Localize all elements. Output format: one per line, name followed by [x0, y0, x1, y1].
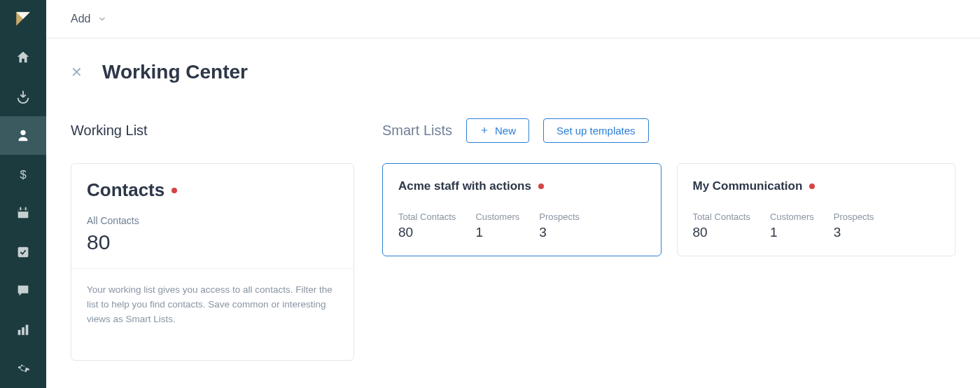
contacts-description: Your working list gives you access to al…: [71, 269, 354, 341]
stat-customers: Customers 1: [770, 212, 814, 240]
left-nav-sidebar: $: [0, 0, 46, 388]
svg-rect-9: [22, 327, 24, 335]
setup-label: Set up templates: [556, 125, 636, 137]
main-area: Add ✕ Working Center Working List Contac…: [46, 0, 980, 388]
contacts-stat-label: All Contacts: [87, 215, 338, 226]
columns: Working List Contacts All Contacts 80 Yo…: [71, 117, 955, 361]
plus-icon: [479, 125, 489, 135]
nav-settings[interactable]: [0, 349, 46, 388]
svg-rect-7: [18, 247, 29, 257]
smart-card-title: My Communication: [693, 179, 803, 193]
setup-templates-button[interactable]: Set up templates: [543, 118, 649, 143]
contacts-stat-value: 80: [87, 230, 338, 254]
chevron-down-icon: [97, 14, 107, 24]
nav-reports[interactable]: [0, 310, 46, 349]
new-label: New: [495, 125, 516, 137]
stat-prospects: Prospects 3: [539, 212, 580, 240]
smart-stats: Total Contacts 80 Customers 1 Prospects …: [398, 212, 645, 240]
content: ✕ Working Center Working List Contacts A…: [46, 39, 980, 388]
status-dot-icon: [809, 183, 815, 189]
smart-lists-title: Smart Lists: [382, 123, 452, 139]
nav-inbox[interactable]: [0, 77, 46, 116]
smart-lists-header: Smart Lists New Set up templates: [382, 117, 955, 144]
close-icon[interactable]: ✕: [71, 65, 83, 79]
status-dot-icon: [172, 188, 177, 193]
working-list-title: Working List: [71, 123, 148, 139]
smart-lists-column: Smart Lists New Set up templates Acme st…: [382, 117, 955, 361]
smart-cards-row: Acme staff with actions Total Contacts 8…: [382, 163, 955, 256]
svg-rect-4: [18, 209, 29, 212]
contacts-card[interactable]: Contacts All Contacts 80 Your working li…: [71, 163, 354, 361]
svg-text:$: $: [20, 167, 26, 180]
working-list-column: Working List Contacts All Contacts 80 Yo…: [71, 117, 354, 361]
nav-contacts[interactable]: [0, 116, 46, 155]
smart-card-title: Acme staff with actions: [398, 179, 531, 193]
stat-total-contacts: Total Contacts 80: [693, 212, 750, 240]
add-dropdown[interactable]: Add: [71, 13, 107, 25]
nav-calendar[interactable]: [0, 194, 46, 233]
nav-tasks[interactable]: [0, 233, 46, 272]
add-label: Add: [71, 13, 90, 25]
smart-stats: Total Contacts 80 Customers 1 Prospects …: [693, 212, 940, 240]
smart-list-card[interactable]: My Communication Total Contacts 80 Custo…: [677, 163, 956, 256]
smart-card-title-row: My Communication: [693, 179, 940, 193]
nav-messages[interactable]: [0, 272, 46, 311]
contacts-card-title: Contacts: [87, 179, 164, 201]
nav-home[interactable]: [0, 39, 46, 78]
stat-total-contacts: Total Contacts 80: [398, 212, 456, 240]
nav-money[interactable]: $: [0, 155, 46, 194]
contacts-title-row: Contacts: [87, 179, 338, 201]
stat-prospects: Prospects 3: [834, 212, 874, 240]
svg-rect-5: [20, 207, 21, 211]
top-bar: Add: [46, 0, 980, 39]
page-header: ✕ Working Center: [71, 61, 955, 83]
svg-rect-6: [25, 207, 27, 211]
svg-rect-10: [26, 324, 29, 335]
contacts-top: Contacts All Contacts 80: [71, 164, 354, 269]
smart-card-title-row: Acme staff with actions: [398, 179, 645, 193]
stat-customers: Customers 1: [475, 212, 519, 240]
working-list-header: Working List: [71, 117, 354, 144]
new-smart-list-button[interactable]: New: [466, 118, 529, 143]
svg-rect-8: [18, 330, 21, 335]
app-logo: [0, 0, 46, 39]
smart-list-card[interactable]: Acme staff with actions Total Contacts 8…: [382, 163, 662, 256]
status-dot-icon: [538, 183, 544, 189]
page-title: Working Center: [102, 61, 248, 83]
